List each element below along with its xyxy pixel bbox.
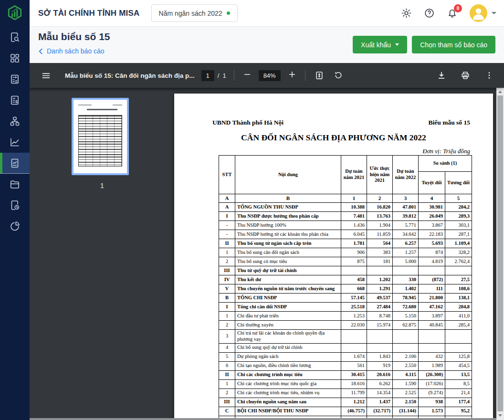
page-number-input[interactable]: 1 bbox=[201, 70, 214, 81]
cell-value: 8.748 bbox=[367, 312, 393, 321]
scrollbar-thumb[interactable] bbox=[497, 95, 503, 411]
cell-stt: III bbox=[219, 398, 235, 407]
cell-value: 383 bbox=[367, 248, 393, 257]
cell-label: Thu bổ sung cân đối ngân sách bbox=[235, 248, 341, 257]
more-options-button[interactable] bbox=[483, 69, 495, 82]
cell-value: 108,6 bbox=[445, 284, 472, 294]
sidebar-item-dashboard[interactable] bbox=[0, 48, 30, 69]
document-history-icon bbox=[9, 200, 21, 211]
document-title: CÂN ĐỐI NGÂN SÁCH ĐỊA PHƯƠNG NĂM 2022 bbox=[174, 133, 493, 143]
cell-stt: 1 bbox=[219, 248, 235, 257]
cell-value: 1.843 bbox=[367, 352, 393, 361]
fiscal-year-selector[interactable]: Năm ngân sách 2022 bbox=[151, 4, 238, 22]
cell-value: 21.800 bbox=[419, 294, 445, 303]
print-button[interactable] bbox=[459, 69, 472, 82]
cell-value: 1.904 bbox=[367, 221, 393, 230]
cell-value: 21,4 bbox=[445, 388, 472, 398]
help-button[interactable] bbox=[424, 8, 435, 19]
cell-value bbox=[419, 343, 445, 352]
sidebar-item-pie-chart[interactable] bbox=[0, 216, 30, 237]
sidebar-item-invoice[interactable]: $ bbox=[0, 90, 30, 111]
cell-value: 11.859 bbox=[367, 230, 393, 239]
table-row: 2Chi các chương trình mục tiêu, nhiệm vụ… bbox=[219, 388, 472, 398]
back-to-report-list-link[interactable]: Danh sách báo cáo bbox=[38, 47, 105, 55]
notifications-button[interactable]: 0 bbox=[447, 8, 458, 19]
table-row: IIIThu từ quỹ dự trữ tài chính bbox=[219, 266, 472, 275]
calculator-icon bbox=[9, 74, 21, 85]
kebab-menu-icon bbox=[484, 71, 494, 80]
cell-stt: I bbox=[219, 303, 235, 312]
plus-icon bbox=[288, 71, 296, 78]
user-menu[interactable] bbox=[470, 4, 496, 22]
cell-stt: - bbox=[219, 221, 235, 230]
export-button[interactable]: Xuất khẩu bbox=[353, 36, 407, 53]
cell-value bbox=[445, 330, 472, 344]
table-row: IVThu kết dư4581.202330(872)27,5 bbox=[219, 275, 472, 284]
scroll-down-button[interactable] bbox=[496, 412, 504, 419]
col-header-stt: STT bbox=[219, 156, 235, 194]
cell-label: Chi trả nợ lãi các khoản do chính quyền … bbox=[235, 330, 341, 344]
scroll-up-button[interactable] bbox=[496, 88, 504, 95]
zoom-out-button[interactable] bbox=[242, 70, 252, 81]
cell-label: Thu NSĐP hưởng từ các khoản thu phân chi… bbox=[235, 230, 341, 239]
cell-value: 328,2 bbox=[445, 248, 472, 257]
table-row: 6Chi tạo nguồn, điều chỉnh tiền lương561… bbox=[219, 361, 472, 370]
app-logo[interactable] bbox=[0, 0, 30, 27]
header-buttons: Xuất khẩu Chọn tham số báo cáo bbox=[353, 36, 495, 53]
cell-value bbox=[393, 266, 419, 275]
sidebar-item-org-chart[interactable] bbox=[0, 111, 30, 132]
col-header-du-toan-2021: Dự toán năm 2021 bbox=[341, 156, 367, 194]
report-params-button[interactable]: Chọn tham số báo cáo bbox=[412, 36, 495, 53]
sidebar-item-reports[interactable] bbox=[0, 153, 30, 174]
cell-label: Thu NSĐP được hưởng theo phân cấp bbox=[235, 212, 341, 221]
left-nav: $ bbox=[0, 27, 30, 420]
rotate-button[interactable] bbox=[332, 69, 345, 82]
cell-value: 458 bbox=[341, 275, 367, 284]
col-header-tuyet-doi: Tuyệt đối bbox=[419, 172, 445, 194]
cell-value: 5.771 bbox=[393, 221, 419, 230]
cell-value: (31.144) bbox=[393, 407, 419, 416]
settings-button[interactable] bbox=[401, 8, 412, 19]
sidebar-item-calculator[interactable] bbox=[0, 69, 30, 90]
cell-value: 18.616 bbox=[341, 379, 367, 388]
org-name: SỞ TÀI CHÍNH TỈNH MISA bbox=[38, 9, 140, 18]
cell-value: 30.981 bbox=[419, 203, 445, 212]
cell-value bbox=[341, 343, 367, 352]
download-button[interactable] bbox=[435, 69, 448, 82]
sidebar-item-document-search[interactable] bbox=[0, 27, 30, 48]
cell-value: 78.945 bbox=[393, 294, 419, 303]
cell-value: 22.030 bbox=[341, 321, 367, 330]
page-thumbnail[interactable] bbox=[72, 98, 129, 175]
cell-value bbox=[445, 266, 472, 275]
invoice-icon: $ bbox=[9, 94, 21, 106]
horizontal-scrollbar[interactable] bbox=[30, 418, 496, 420]
cell-value: 1.573 bbox=[419, 407, 445, 416]
cell-value bbox=[419, 330, 445, 344]
page-title: Mẫu biểu số 15 bbox=[38, 31, 110, 42]
cell-value: (32.717) bbox=[367, 407, 393, 416]
cell-value: 1.989 bbox=[419, 361, 445, 370]
cell-value: 14.354 bbox=[367, 388, 393, 398]
toggle-thumbnails-button[interactable] bbox=[40, 69, 52, 82]
cell-value: 6.257 bbox=[393, 239, 419, 248]
fit-to-page-button[interactable] bbox=[313, 69, 326, 82]
zoom-in-button[interactable] bbox=[287, 70, 297, 81]
sidebar-item-folder[interactable] bbox=[0, 174, 30, 195]
vertical-scrollbar[interactable] bbox=[496, 88, 504, 420]
zoom-level[interactable]: 84% bbox=[259, 70, 281, 81]
table-row: 2Chi thường xuyên22.03015.97462.87540.84… bbox=[219, 321, 472, 330]
minus-icon bbox=[243, 71, 251, 78]
table-row: -Thu NSĐP hưởng từ các khoản thu phân ch… bbox=[219, 230, 472, 239]
sidebar-item-document-history[interactable] bbox=[0, 195, 30, 216]
cell-value: 6.045 bbox=[341, 230, 367, 239]
sidebar-item-line-chart[interactable] bbox=[0, 132, 30, 153]
cell-value: 668 bbox=[341, 284, 367, 294]
cell-value: 11.799 bbox=[341, 388, 367, 398]
cell-value bbox=[445, 343, 472, 352]
cell-value bbox=[393, 330, 419, 344]
cell-label: Tổng chi cân đối NSĐP bbox=[235, 303, 341, 312]
cell-value bbox=[341, 266, 367, 275]
cell-value: 25.518 bbox=[341, 303, 367, 312]
top-bar-actions: 0 bbox=[401, 4, 504, 22]
cell-value bbox=[419, 266, 445, 275]
